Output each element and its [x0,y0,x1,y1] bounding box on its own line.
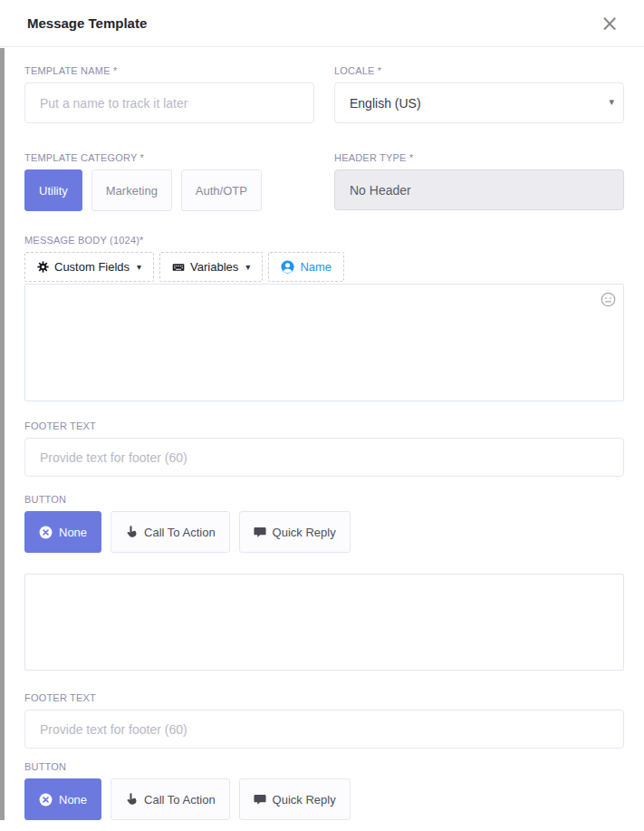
variables-dropdown-button[interactable]: Variables ▾ [159,252,263,282]
locale-select[interactable]: English (US) [334,82,624,123]
circle-x-icon [39,526,53,539]
message-body-section: MESSAGE BODY (1024)* Custom Fields [24,235,624,401]
button-label: BUTTON [24,761,624,772]
button-section-1: BUTTON None [24,494,624,553]
button-section-2: BUTTON None [24,761,624,820]
row-name-locale: TEMPLATE NAME * LOCALE * English (US) ▾ [24,65,624,123]
close-icon[interactable]: × [595,11,624,36]
modal-body: TEMPLATE NAME * LOCALE * English (US) ▾ … [0,47,644,831]
gear-icon [37,261,49,273]
row-category-header: TEMPLATE CATEGORY * Utility Marketing Au… [24,152,624,211]
footer-text-label: FOOTER TEXT [24,692,624,703]
modal-title: Message Template [27,15,147,31]
keyboard-icon [172,261,185,274]
footer-text-input-1[interactable] [24,438,624,477]
user-circle-icon [281,260,294,274]
button-none-option[interactable]: None [24,778,101,820]
category-options: Utility Marketing Auth/OTP [24,169,314,211]
hand-pointer-icon [125,793,138,806]
button-call-to-action-option[interactable]: Call To Action [111,778,230,820]
template-name-label: TEMPLATE NAME * [24,65,314,76]
category-marketing-button[interactable]: Marketing [91,169,172,211]
chat-bubble-icon [254,793,266,806]
button-quick-reply-option[interactable]: Quick Reply [239,511,351,553]
name-variable-button[interactable]: Name [268,252,344,282]
footer-text-input-2[interactable] [24,710,624,749]
header-type-field: No Header [334,169,624,210]
message-body-toolbar: Custom Fields ▾ [24,252,624,282]
caret-down-icon: ▾ [137,262,141,272]
template-category-label: TEMPLATE CATEGORY * [24,152,314,163]
button-label: BUTTON [24,494,624,505]
category-authotp-button[interactable]: Auth/OTP [181,169,262,211]
caret-down-icon: ▾ [245,262,250,272]
locale-label: LOCALE * [334,65,624,76]
button-type-options-2: None Call To Action [24,778,624,820]
locale-selected-value: English (US) [350,96,421,111]
hand-pointer-icon [125,526,138,538]
category-utility-button[interactable]: Utility [24,169,82,211]
message-body-textarea[interactable] [24,284,624,401]
modal-header: Message Template × [0,0,644,47]
template-name-input[interactable] [24,82,314,123]
page-background-edge [0,48,5,820]
button-type-options-1: None Call To Action [24,511,624,553]
message-template-modal: Message Template × TEMPLATE NAME * LOCAL… [0,0,644,831]
button-quick-reply-option[interactable]: Quick Reply [239,778,351,820]
custom-fields-dropdown-button[interactable]: Custom Fields ▾ [24,252,154,282]
message-body-label: MESSAGE BODY (1024)* [24,235,624,246]
emoji-picker-icon[interactable] [600,291,616,307]
footer-text-section-2: FOOTER TEXT [24,692,624,749]
secondary-body-section [24,574,624,671]
button-none-option[interactable]: None [24,511,101,553]
footer-text-label: FOOTER TEXT [24,420,624,431]
button-call-to-action-option[interactable]: Call To Action [111,511,230,553]
chat-bubble-icon [254,526,266,538]
secondary-body-textarea[interactable] [24,574,624,671]
footer-text-section-1: FOOTER TEXT [24,420,624,477]
header-type-label: HEADER TYPE * [334,152,624,163]
circle-x-icon [39,793,53,807]
